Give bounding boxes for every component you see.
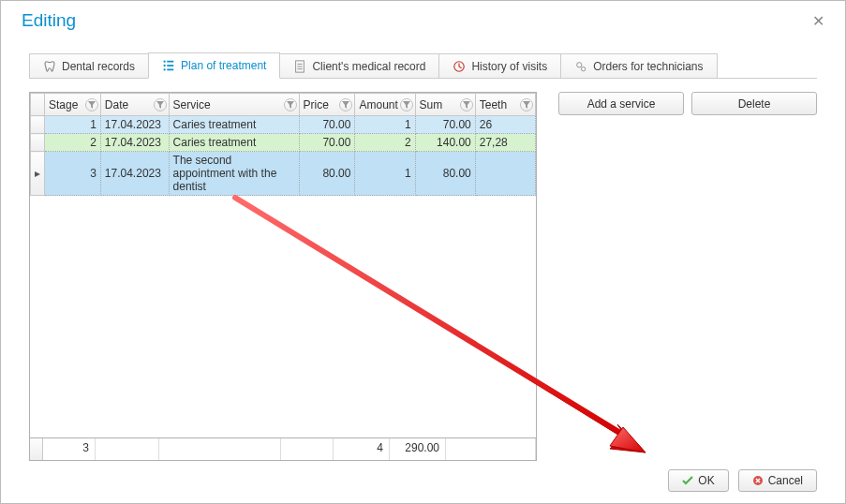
filter-icon[interactable] <box>400 98 413 111</box>
footer-stage-total: 3 <box>43 438 96 460</box>
filter-icon[interactable] <box>339 98 352 111</box>
tab-medical-record[interactable]: Client's medical record <box>279 53 439 79</box>
grid-footer: 3 4 290.00 <box>29 438 537 461</box>
tab-label: Dental records <box>62 60 135 73</box>
svg-rect-1 <box>167 61 173 63</box>
col-price: Price <box>299 94 355 116</box>
tab-strip: Dental records Plan of treatment Client'… <box>29 52 845 79</box>
col-amount: Amount <box>355 94 415 116</box>
col-stage: Stage <box>44 94 100 116</box>
filter-icon[interactable] <box>284 98 297 111</box>
clock-icon <box>453 60 466 73</box>
col-sum: Sum <box>415 94 475 116</box>
tab-plan-of-treatment[interactable]: Plan of treatment <box>148 52 280 79</box>
svg-point-4 <box>164 68 166 70</box>
delete-button[interactable]: Delete <box>691 92 817 115</box>
table-row[interactable]: 1 17.04.2023 Caries treatment 70.00 1 70… <box>31 116 536 134</box>
col-date: Date <box>100 94 169 116</box>
tab-label: Orders for technicians <box>593 60 703 73</box>
treatment-grid[interactable]: Stage Date Service Price Amount Sum Teet… <box>29 92 537 438</box>
tooth-icon <box>43 60 56 73</box>
gears-icon <box>574 60 587 73</box>
list-icon <box>162 59 175 72</box>
tab-orders[interactable]: Orders for technicians <box>560 53 717 79</box>
editing-dialog: Editing ✕ Dental records Plan of treatme… <box>0 0 846 504</box>
svg-point-11 <box>577 63 582 67</box>
cancel-icon <box>752 475 764 486</box>
svg-point-0 <box>164 60 166 62</box>
document-icon <box>293 60 306 73</box>
tab-history[interactable]: History of visits <box>438 53 561 79</box>
svg-rect-3 <box>167 65 173 67</box>
table-row[interactable]: 2 17.04.2023 Caries treatment 70.00 2 14… <box>31 134 536 152</box>
ok-button[interactable]: OK <box>668 469 728 492</box>
filter-icon[interactable] <box>154 98 167 111</box>
col-teeth: Teeth <box>475 94 535 116</box>
tab-dental-records[interactable]: Dental records <box>29 53 149 79</box>
table-row[interactable]: ▸ 3 17.04.2023 The second appointment wi… <box>31 152 536 196</box>
add-service-button[interactable]: Add a service <box>558 92 684 115</box>
svg-rect-5 <box>167 69 173 71</box>
svg-point-2 <box>164 65 166 67</box>
svg-point-12 <box>582 67 586 70</box>
footer-sum-total: 290.00 <box>390 438 446 460</box>
current-row-indicator-icon: ▸ <box>31 152 45 196</box>
filter-icon[interactable] <box>85 98 98 111</box>
check-icon <box>682 475 693 486</box>
filter-icon[interactable] <box>460 98 473 111</box>
tab-label: Plan of treatment <box>181 59 266 72</box>
footer-amount-total: 4 <box>334 438 390 460</box>
col-service: Service <box>169 94 299 116</box>
cancel-button[interactable]: Cancel <box>738 469 817 492</box>
dialog-title: Editing <box>22 10 76 31</box>
filter-icon[interactable] <box>520 98 533 111</box>
close-button[interactable]: ✕ <box>807 10 830 32</box>
tab-label: History of visits <box>471 60 547 73</box>
tab-label: Client's medical record <box>312 60 425 73</box>
